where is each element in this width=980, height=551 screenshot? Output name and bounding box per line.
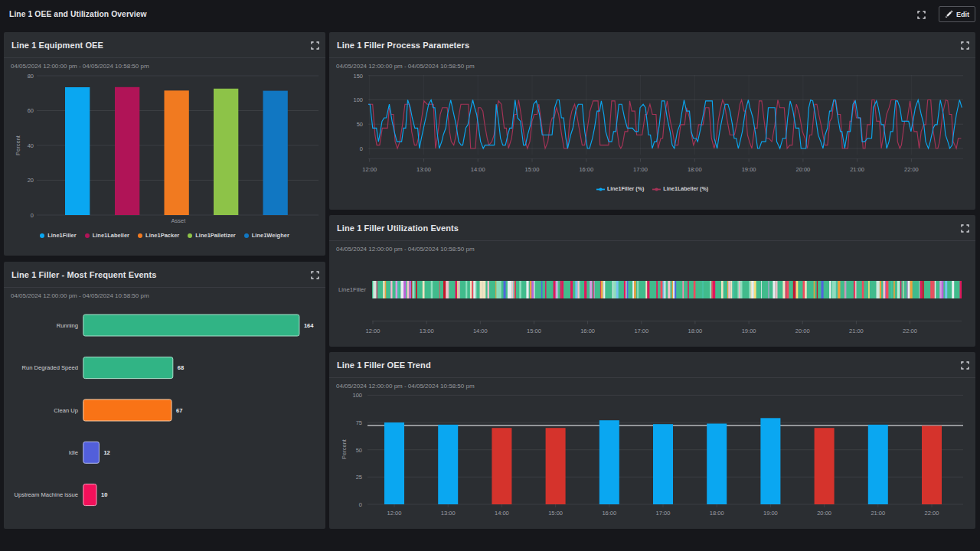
svg-text:15:00: 15:00: [548, 510, 563, 517]
svg-text:19:00: 19:00: [742, 166, 756, 173]
svg-text:80: 80: [28, 73, 34, 80]
svg-text:17:00: 17:00: [656, 510, 671, 517]
svg-text:17:00: 17:00: [633, 166, 648, 173]
svg-text:20:00: 20:00: [795, 328, 810, 334]
svg-text:60: 60: [28, 107, 34, 114]
svg-text:Run Degraded Speed: Run Degraded Speed: [22, 364, 78, 371]
svg-text:18:00: 18:00: [710, 510, 724, 517]
svg-text:Running: Running: [57, 322, 78, 329]
svg-text:14:00: 14:00: [495, 510, 509, 517]
svg-text:22:00: 22:00: [925, 510, 939, 517]
svg-text:25: 25: [356, 474, 362, 481]
svg-text:Upstream Machine issue: Upstream Machine issue: [14, 491, 78, 498]
svg-text:14:00: 14:00: [473, 328, 488, 334]
svg-text:20:00: 20:00: [817, 510, 831, 517]
svg-text:68: 68: [178, 364, 184, 371]
svg-text:18:00: 18:00: [688, 166, 702, 173]
svg-text:22:00: 22:00: [903, 328, 917, 334]
svg-text:16:00: 16:00: [580, 328, 595, 334]
svg-text:13:00: 13:00: [420, 328, 434, 334]
svg-text:Percent: Percent: [341, 439, 348, 459]
svg-text:21:00: 21:00: [871, 510, 885, 517]
svg-text:16:00: 16:00: [602, 510, 616, 517]
svg-text:15:00: 15:00: [527, 328, 541, 334]
svg-text:Idle: Idle: [69, 449, 78, 456]
svg-text:67: 67: [176, 407, 182, 414]
svg-text:18:00: 18:00: [688, 328, 703, 334]
svg-text:100: 100: [353, 96, 363, 103]
svg-text:164: 164: [304, 322, 314, 329]
svg-text:Asset: Asset: [172, 217, 187, 224]
svg-text:75: 75: [356, 419, 362, 426]
svg-text:21:00: 21:00: [849, 328, 864, 334]
svg-text:Line1Filler: Line1Filler: [338, 286, 366, 293]
svg-text:15:00: 15:00: [525, 166, 540, 173]
svg-text:10: 10: [101, 491, 107, 498]
svg-text:Percent: Percent: [15, 135, 21, 155]
svg-text:21:00: 21:00: [850, 166, 864, 173]
svg-text:19:00: 19:00: [742, 328, 756, 334]
svg-text:150: 150: [353, 73, 363, 80]
svg-text:20: 20: [28, 177, 34, 184]
svg-text:19:00: 19:00: [763, 510, 778, 517]
svg-text:50: 50: [357, 121, 363, 128]
svg-text:20:00: 20:00: [796, 166, 811, 173]
svg-text:22:00: 22:00: [904, 166, 919, 173]
svg-text:50: 50: [356, 447, 362, 454]
svg-text:13:00: 13:00: [441, 510, 456, 517]
svg-text:Clean Up: Clean Up: [54, 407, 78, 414]
svg-text:100: 100: [352, 392, 362, 399]
svg-text:12:00: 12:00: [362, 166, 377, 173]
svg-text:12:00: 12:00: [387, 510, 402, 517]
svg-text:16:00: 16:00: [579, 166, 593, 173]
svg-text:12: 12: [103, 449, 109, 456]
svg-text:12:00: 12:00: [366, 328, 381, 334]
svg-text:14:00: 14:00: [471, 166, 485, 173]
svg-text:0: 0: [360, 145, 363, 152]
svg-text:40: 40: [28, 142, 34, 149]
svg-text:0: 0: [359, 501, 362, 508]
svg-text:0: 0: [31, 212, 34, 219]
svg-text:17:00: 17:00: [634, 328, 648, 334]
svg-text:13:00: 13:00: [416, 166, 431, 173]
